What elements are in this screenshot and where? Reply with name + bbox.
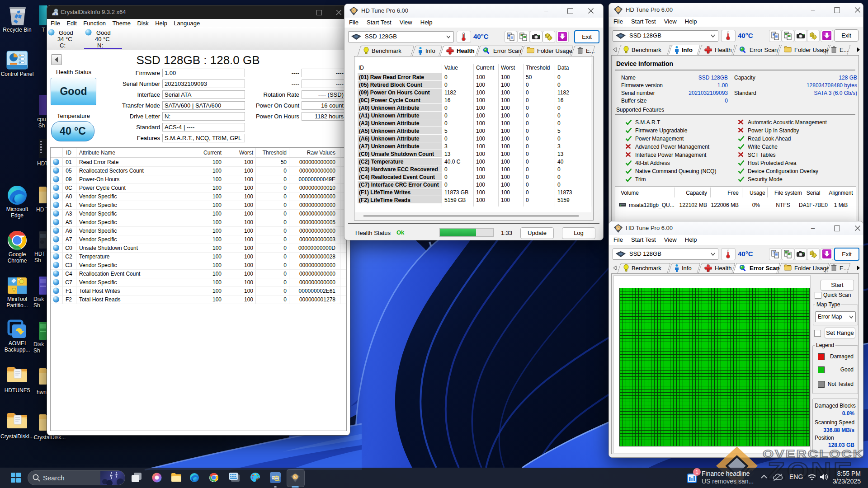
svg-text:0: 0 xyxy=(557,113,561,119)
svg-text:0: 0 xyxy=(283,271,287,277)
svg-text:000000000000: 000000000000 xyxy=(299,193,335,200)
svg-text:100: 100 xyxy=(244,245,253,251)
svg-text:100: 100 xyxy=(212,271,222,277)
svg-text:122006 MB: 122006 MB xyxy=(711,202,739,208)
svg-text:100: 100 xyxy=(476,143,485,150)
svg-text:0: 0 xyxy=(526,113,529,119)
svg-text:0: 0 xyxy=(526,151,529,157)
svg-text:1182: 1182 xyxy=(557,89,569,96)
svg-text:0: 0 xyxy=(283,279,287,286)
svg-text:5159 GB: 5159 GB xyxy=(444,197,466,203)
svg-text:100: 100 xyxy=(212,279,222,286)
svg-text:(09) Power On Hours Count: (09) Power On Hours Count xyxy=(359,89,430,96)
svg-text:100: 100 xyxy=(476,128,485,134)
svg-text:(C4) Reallocated Event Count: (C4) Reallocated Event Count xyxy=(359,174,435,180)
svg-text:100: 100 xyxy=(212,185,222,191)
svg-text:100: 100 xyxy=(476,89,485,96)
svg-text:100: 100 xyxy=(212,176,222,183)
svg-text:000000000000: 000000000000 xyxy=(299,271,335,277)
svg-text:(05) Retired Block Count: (05) Retired Block Count xyxy=(359,82,422,88)
svg-text:Capacity: Capacity xyxy=(686,190,707,196)
svg-text:100: 100 xyxy=(244,253,253,260)
svg-text:0: 0 xyxy=(444,136,448,142)
svg-text:100: 100 xyxy=(476,166,485,173)
svg-text:(A7) Unknown Attribute: (A7) Unknown Attribute xyxy=(359,143,420,150)
svg-text:100: 100 xyxy=(476,120,485,127)
svg-text:000000000000: 000000000000 xyxy=(299,279,335,286)
svg-text:0: 0 xyxy=(526,136,529,142)
svg-text:(C2) Temperature: (C2) Temperature xyxy=(359,159,404,165)
svg-text:11873: 11873 xyxy=(557,189,572,196)
svg-text:100: 100 xyxy=(501,120,510,127)
svg-text:Alignment: Alignment xyxy=(829,190,853,196)
svg-text:Vendor Specific: Vendor Specific xyxy=(79,202,117,208)
svg-text:Reallocation Event Count: Reallocation Event Count xyxy=(79,271,141,277)
svg-text:0: 0 xyxy=(557,120,561,127)
svg-text:100: 100 xyxy=(212,193,222,200)
svg-text:100: 100 xyxy=(501,189,510,196)
svg-text:0: 0 xyxy=(444,113,448,119)
svg-text:3: 3 xyxy=(444,143,448,150)
svg-text:000000000000: 000000000000 xyxy=(299,211,335,217)
svg-text:0: 0 xyxy=(283,236,287,243)
svg-text:00000000000D: 00000000000D xyxy=(298,245,335,251)
svg-text:100: 100 xyxy=(501,97,510,103)
svg-text:100: 100 xyxy=(501,136,510,142)
svg-text:A3: A3 xyxy=(66,211,72,217)
svg-text:100: 100 xyxy=(244,185,253,191)
svg-text:0: 0 xyxy=(283,168,287,174)
svg-text:100: 100 xyxy=(244,236,253,243)
svg-text:1 MiB: 1 MiB xyxy=(834,202,848,208)
svg-text:100: 100 xyxy=(476,189,485,196)
svg-text:ID: ID xyxy=(66,150,71,156)
svg-text:100: 100 xyxy=(212,253,222,260)
svg-text:0: 0 xyxy=(444,166,448,173)
svg-text:100: 100 xyxy=(244,168,253,174)
svg-text:0: 0 xyxy=(526,182,529,188)
svg-text:100: 100 xyxy=(212,245,222,251)
svg-text:(A3) Unknown Attribute: (A3) Unknown Attribute xyxy=(359,120,420,127)
svg-text:0: 0 xyxy=(557,174,561,180)
svg-text:0%: 0% xyxy=(752,202,760,208)
svg-text:100: 100 xyxy=(212,211,222,217)
svg-text:(01) Raw Read Error Rate: (01) Raw Read Error Rate xyxy=(359,74,424,80)
svg-text:0: 0 xyxy=(526,120,529,127)
svg-text:16: 16 xyxy=(444,97,451,103)
svg-text:0C: 0C xyxy=(65,185,72,191)
svg-text:100: 100 xyxy=(212,236,222,243)
svg-text:Vendor Specific: Vendor Specific xyxy=(79,262,117,268)
svg-text:000000000000: 000000000000 xyxy=(299,228,335,234)
svg-text:100: 100 xyxy=(244,159,253,165)
svg-text:0: 0 xyxy=(283,253,287,260)
svg-text:100: 100 xyxy=(501,197,510,203)
svg-text:Vendor Specific: Vendor Specific xyxy=(79,236,117,243)
svg-text:100: 100 xyxy=(212,228,222,234)
svg-text:Temperature: Temperature xyxy=(79,253,110,260)
svg-text:100: 100 xyxy=(501,89,510,96)
svg-text:100: 100 xyxy=(212,168,222,174)
svg-text:(A6) Unknown Attribute: (A6) Unknown Attribute xyxy=(359,136,420,142)
svg-text:A5: A5 xyxy=(66,219,72,225)
svg-text:0: 0 xyxy=(557,166,561,173)
svg-text:0: 0 xyxy=(526,82,529,88)
svg-text:09: 09 xyxy=(66,176,72,183)
svg-text:100: 100 xyxy=(244,193,253,200)
svg-text:(0C) Power Cycle Count: (0C) Power Cycle Count xyxy=(359,97,420,103)
svg-text:122102 MB: 122102 MB xyxy=(679,202,707,208)
svg-text:Vendor Specific: Vendor Specific xyxy=(79,279,117,286)
svg-text:100: 100 xyxy=(501,159,510,165)
svg-text:50: 50 xyxy=(281,159,287,165)
svg-text:Current: Current xyxy=(203,150,222,156)
svg-text:Vendor Specific: Vendor Specific xyxy=(79,211,117,217)
svg-text:100: 100 xyxy=(476,182,485,188)
svg-text:0: 0 xyxy=(557,74,561,80)
svg-text:DA1F-7BE0: DA1F-7BE0 xyxy=(799,202,828,208)
svg-text:Usage: Usage xyxy=(750,190,765,196)
svg-text:11873 GB: 11873 GB xyxy=(444,189,468,196)
svg-text:0: 0 xyxy=(444,82,448,88)
svg-text:Unsafe Shutdown Count: Unsafe Shutdown Count xyxy=(79,245,138,251)
svg-text:100: 100 xyxy=(501,128,510,134)
svg-text:000000000028: 000000000028 xyxy=(299,253,335,260)
svg-text:000000000010: 000000000010 xyxy=(299,185,335,191)
svg-text:Worst: Worst xyxy=(501,65,515,71)
